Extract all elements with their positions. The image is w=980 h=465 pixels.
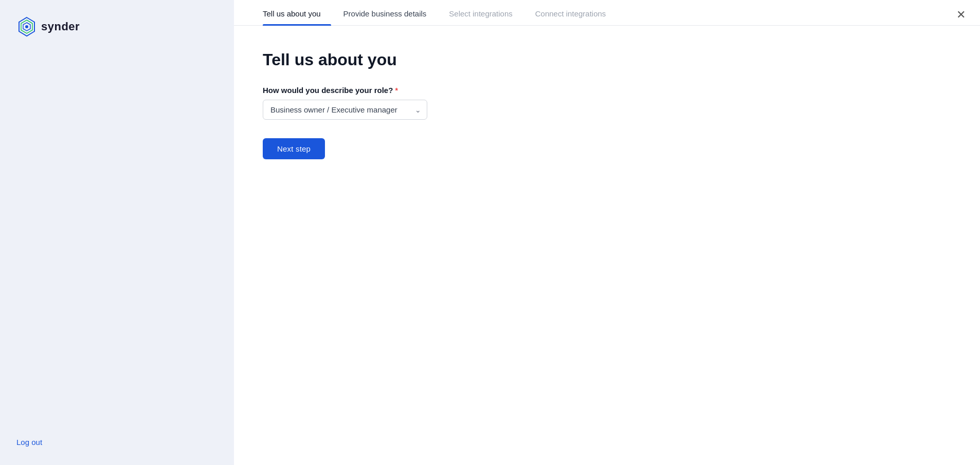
role-label: How would you describe your role? * — [263, 86, 951, 95]
next-step-button[interactable]: Next step — [263, 138, 325, 159]
role-select[interactable]: Business owner / Executive manager Accou… — [263, 100, 427, 120]
tab-select-integrations[interactable]: Select integrations — [449, 0, 522, 25]
svg-point-3 — [25, 25, 28, 28]
main-content: ✕ Tell us about you Provide business det… — [234, 0, 980, 465]
page-title: Tell us about you — [263, 50, 951, 69]
role-question-text: How would you describe your role? — [263, 86, 393, 95]
synder-logo-icon — [16, 16, 37, 37]
tab-tell-us[interactable]: Tell us about you — [263, 0, 331, 25]
logo-area: synder — [16, 16, 80, 37]
sidebar: synder Log out — [0, 0, 234, 465]
form-area: Tell us about you How would you describe… — [234, 26, 980, 184]
tab-connect-integrations[interactable]: Connect integrations — [535, 0, 616, 25]
role-select-wrapper: Business owner / Executive manager Accou… — [263, 100, 427, 120]
close-button[interactable]: ✕ — [956, 9, 966, 21]
steps-nav: Tell us about you Provide business detai… — [234, 0, 980, 26]
required-indicator: * — [395, 86, 397, 95]
tab-business-details[interactable]: Provide business details — [343, 0, 437, 25]
logout-link[interactable]: Log out — [16, 438, 42, 447]
logo-text: synder — [41, 20, 80, 33]
